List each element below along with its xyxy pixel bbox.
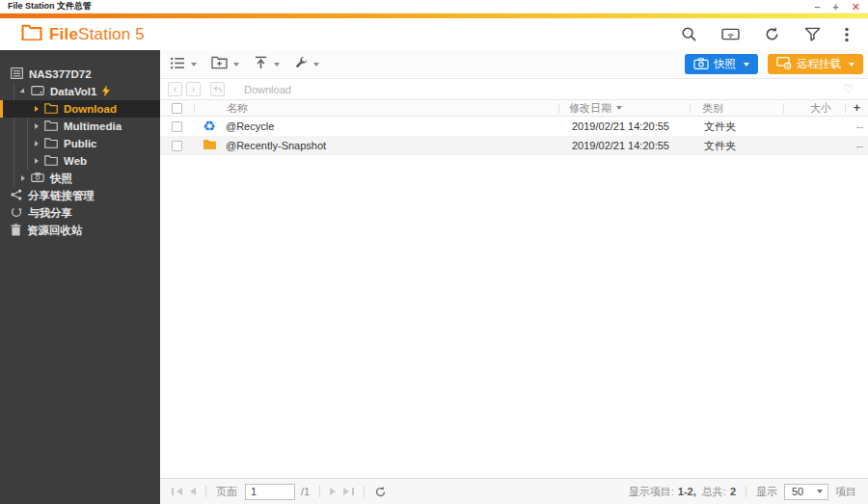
file-size: -- — [785, 140, 868, 151]
go-up-button[interactable] — [210, 82, 225, 96]
trash-icon — [11, 224, 21, 238]
main-panel: 快照 远程挂载 ‹ › Download ♡ 名称 修改日期 — [160, 50, 868, 504]
upload-icon — [254, 56, 268, 73]
expand-toggle-icon[interactable] — [35, 123, 39, 129]
current-path-label: Download — [244, 84, 291, 95]
search-icon[interactable] — [681, 26, 697, 42]
close-button[interactable]: ✕ — [852, 2, 860, 12]
sidebar-item-download[interactable]: Download — [0, 100, 160, 118]
window-titlebar: File Station 文件总管 – + ✕ — [0, 0, 868, 13]
sidebar-item-web[interactable]: Web — [0, 152, 160, 170]
table-row[interactable]: ♻ @Recycle 2019/02/21 14:20:55 文件夹 -- — [160, 117, 868, 136]
chevron-down-icon — [191, 63, 197, 66]
sidebar-item-recycle-bin[interactable]: 资源回收站 — [0, 222, 160, 239]
maximize-button[interactable]: + — [832, 2, 838, 12]
expand-toggle-icon[interactable] — [35, 106, 39, 112]
chevron-down-icon — [313, 63, 319, 66]
wrench-icon — [294, 56, 308, 73]
display-label: 显示 — [756, 485, 777, 499]
divider — [205, 486, 206, 497]
file-type: 文件夹 — [692, 139, 785, 153]
snapshot-button[interactable]: 快照 — [685, 54, 758, 74]
add-column-button[interactable]: + — [846, 101, 868, 115]
chevron-down-icon — [274, 63, 280, 66]
first-page-button[interactable] — [172, 488, 182, 495]
total-label: 总共: — [702, 485, 726, 499]
back-button[interactable]: ‹ — [168, 82, 182, 96]
sidebar-item-shared-with-me[interactable]: 与我分享 — [0, 204, 160, 222]
items-shown-label: 显示项目: — [629, 485, 674, 499]
snapshot-button-label: 快照 — [714, 57, 736, 71]
file-list-empty-area — [160, 155, 868, 478]
more-menu-icon[interactable] — [845, 27, 849, 42]
folder-icon — [203, 139, 217, 152]
select-all-checkbox[interactable] — [172, 103, 182, 114]
folder-logo-icon — [21, 24, 42, 44]
row-checkbox[interactable] — [172, 141, 182, 151]
row-checkbox[interactable] — [172, 121, 182, 132]
sidebar-item-label: 快照 — [50, 172, 72, 186]
sidebar-item-multimedia[interactable]: Multimedia — [0, 118, 160, 135]
table-header: 名称 修改日期 类别 大小 + — [160, 99, 868, 117]
page-total-label: /1 — [301, 486, 310, 497]
column-header-name[interactable]: 名称 — [226, 101, 558, 116]
sidebar-item-label: DataVol1 — [50, 86, 96, 97]
new-folder-button[interactable] — [211, 56, 239, 73]
page-number-input[interactable] — [245, 484, 295, 500]
divider — [364, 486, 365, 497]
table-row[interactable]: @Recently-Snapshot 2019/02/21 14:20:55 文… — [160, 136, 868, 155]
view-mode-button[interactable] — [171, 56, 197, 73]
upload-button[interactable] — [254, 56, 280, 73]
next-page-button[interactable] — [330, 488, 336, 495]
status-bar: 页面 /1 显示项目: 1-2, 总共: 2 显示 50 项目 — [160, 478, 868, 504]
new-folder-icon — [211, 56, 228, 73]
file-size: -- — [785, 120, 868, 132]
sidebar-item-datavol1[interactable]: DataVol1 — [0, 83, 160, 100]
divider — [746, 486, 746, 497]
file-name: @Recycle — [225, 120, 562, 132]
sidebar-item-label: Download — [64, 103, 117, 115]
sidebar-item-share-links[interactable]: 分享链接管理 — [0, 187, 160, 204]
expand-toggle-icon[interactable] — [35, 141, 39, 146]
forward-icon: › — [192, 84, 196, 94]
remote-mount-button[interactable]: 远程挂载 — [768, 54, 863, 74]
minimize-button[interactable]: – — [814, 2, 820, 12]
tools-button[interactable] — [294, 56, 319, 73]
forward-button[interactable]: › — [186, 82, 201, 96]
sidebar-item-nas[interactable]: NAS377D72 — [0, 66, 160, 83]
column-header-modified[interactable]: 修改日期 — [559, 101, 690, 116]
sidebar-item-public[interactable]: Public — [0, 135, 160, 152]
app-name: FileStation 5 — [49, 25, 145, 44]
items-per-page-select[interactable]: 50 — [784, 484, 828, 500]
sidebar-item-label: 分享链接管理 — [28, 189, 95, 203]
previous-page-button[interactable] — [190, 488, 196, 495]
sidebar-item-snapshot[interactable]: 快照 — [0, 170, 160, 187]
items-unit-label: 项目 — [835, 485, 856, 499]
volume-drive-icon — [31, 86, 44, 97]
expand-toggle-icon[interactable] — [21, 175, 25, 181]
chevron-down-icon — [817, 490, 823, 493]
filter-icon[interactable] — [804, 27, 821, 41]
column-header-size[interactable]: 大小 — [784, 101, 845, 116]
up-level-icon — [213, 86, 223, 93]
refresh-icon[interactable] — [764, 26, 780, 42]
refresh-icon — [374, 486, 387, 498]
file-modified-date: 2019/02/21 14:20:55 — [562, 120, 692, 132]
chevron-down-icon — [849, 63, 854, 66]
remote-display-icon[interactable] — [721, 27, 740, 41]
last-page-button[interactable] — [343, 488, 354, 495]
sidebar-tree: NAS377D72 DataVol1 Download Multimedia P… — [0, 50, 160, 504]
chevron-down-icon — [744, 63, 749, 66]
folder-icon — [44, 155, 58, 168]
column-divider — [194, 103, 195, 114]
expand-toggle-icon[interactable] — [35, 158, 39, 164]
divider — [319, 486, 320, 497]
sidebar-item-label: NAS377D72 — [29, 68, 92, 80]
list-view-icon — [171, 56, 185, 73]
share-icon — [11, 189, 22, 202]
favorite-heart-icon[interactable]: ♡ — [843, 82, 854, 96]
column-header-type[interactable]: 类别 — [691, 101, 783, 116]
refresh-list-button[interactable] — [374, 486, 387, 498]
recycle-folder-icon: ♻ — [203, 119, 215, 134]
expand-toggle-icon[interactable] — [19, 88, 26, 94]
